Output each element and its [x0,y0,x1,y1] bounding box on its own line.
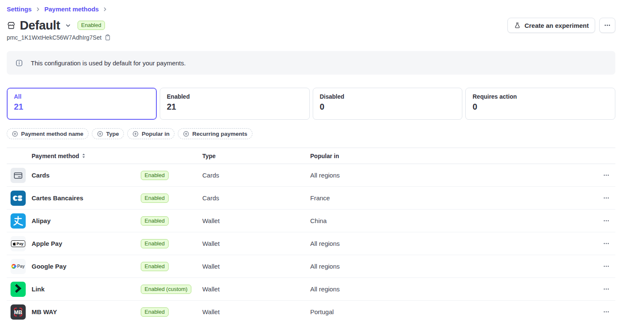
info-banner: This configuration is used by default fo… [7,51,615,75]
table-row[interactable]: Cards Enabled Cards All regions [7,164,615,187]
filter-pill-type[interactable]: Type [92,128,124,139]
payment-method-name: Google Pay [32,263,141,270]
apple-pay-icon: Pay [11,236,26,251]
table-row[interactable]: Link Enabled (custom) Wallet All regions [7,278,615,301]
filter-pill-payment-method-name[interactable]: Payment method name [7,128,89,139]
payment-method-type: Wallet [202,240,310,247]
table-header: Payment method Type Popular in [7,148,615,164]
copy-id-button[interactable] [105,34,111,41]
ellipsis-icon [603,263,610,270]
filter-label: Type [106,131,119,137]
svg-text:MB: MB [14,309,22,315]
filter-label: Payment method name [21,131,83,137]
payment-method-region: All regions [310,172,597,179]
create-experiment-label: Create an experiment [524,22,589,29]
table-row[interactable]: Cartes Bancaires Enabled Cards France [7,187,615,210]
filter-label: Popular in [142,131,169,137]
chevron-right-icon [102,7,107,12]
stat-value: 21 [167,102,176,112]
filter-pill-recurring-payments[interactable]: Recurring payments [178,128,252,139]
header-actions: Create an experiment [507,18,615,33]
column-popular-in: Popular in [310,153,597,159]
cards-icon [11,168,26,183]
status-badge: Enabled [141,262,169,271]
row-overflow-button[interactable] [597,193,615,203]
payment-method-region: Portugal [310,308,597,315]
filter-label: Recurring payments [192,131,247,137]
stat-card-enabled[interactable]: Enabled 21 [160,88,310,120]
header-overflow-button[interactable] [599,18,615,33]
plus-circle-icon [183,131,189,137]
flask-icon [514,22,521,29]
alipay-icon [11,213,26,229]
filter-bar: Payment method name Type Popular in Recu… [7,128,615,139]
payment-method-name: Cards [32,172,141,179]
breadcrumb-payment-methods[interactable]: Payment methods [44,5,99,13]
sort-button[interactable] [82,153,86,159]
payment-method-region: All regions [310,240,597,247]
storefront-icon [7,21,16,30]
plus-circle-icon [132,131,139,137]
column-type: Type [202,153,310,159]
banner-text: This configuration is used by default fo… [31,59,186,67]
payment-method-type: Cards [202,194,310,202]
breadcrumb-settings[interactable]: Settings [7,5,32,13]
payment-method-type: Cards [202,172,310,179]
row-overflow-button[interactable] [597,261,615,272]
row-overflow-button[interactable] [597,307,615,317]
ellipsis-icon [603,285,610,293]
stat-card-all[interactable]: All 21 [7,88,157,120]
cartes-bancaires-icon [11,191,26,206]
column-payment-method: Payment method [32,153,79,159]
clipboard-icon [105,34,111,41]
row-overflow-button[interactable] [597,215,615,226]
config-id-row: pmc_1K1WxtHekC56W7AdhIrg7Set [7,34,615,41]
row-overflow-button[interactable] [597,238,615,249]
ellipsis-icon [603,308,610,315]
status-badge: Enabled [141,171,169,180]
table-row[interactable]: Pay Google Pay Enabled Wallet All region… [7,255,615,278]
payment-method-region: China [310,217,597,224]
config-id: pmc_1K1WxtHekC56W7AdhIrg7Set [7,34,102,41]
filter-pill-popular-in[interactable]: Popular in [127,128,174,139]
payment-method-name: MB WAY [32,308,141,315]
ellipsis-icon [603,194,610,202]
row-overflow-button[interactable] [597,284,615,294]
chevron-down-icon [65,23,71,28]
plus-circle-icon [12,131,18,137]
chevron-right-icon [35,7,40,12]
status-badge: Enabled [141,239,169,248]
payment-methods-page: Settings Payment methods Default Enabled [7,0,615,323]
ellipsis-icon [603,240,610,247]
stat-value: 0 [320,102,325,112]
page-title: Default [20,19,60,32]
stat-card-requires-action[interactable]: Requires action 0 [465,88,615,120]
table-row[interactable]: Pay Apple Pay Enabled Wallet All regions [7,232,615,255]
table-row[interactable]: Alipay Enabled Wallet China [7,210,615,232]
page-header: Default Enabled Create an experiment [7,18,615,33]
ellipsis-icon [603,217,610,224]
stats-cards: All 21 Enabled 21 Disabled 0 Requires ac… [7,88,615,120]
ellipsis-icon [604,22,611,29]
payment-method-type: Wallet [202,308,310,315]
stat-value: 0 [472,102,477,112]
payment-method-type: Wallet [202,285,310,293]
row-overflow-button[interactable] [597,170,615,180]
stat-label: All [14,93,21,100]
payment-method-region: France [310,194,597,202]
stat-card-disabled[interactable]: Disabled 0 [313,88,463,120]
google-pay-icon: Pay [11,259,26,274]
table-row[interactable]: MB MB WAY Enabled Wallet Portugal [7,301,615,323]
breadcrumb: Settings Payment methods [7,0,615,13]
payment-method-name: Cartes Bancaires [32,194,141,202]
mb-way-icon: MB [11,304,26,320]
payment-method-name: Alipay [32,217,141,224]
stat-value: 21 [14,102,23,112]
sort-icon [82,153,86,159]
config-dropdown-button[interactable] [64,22,72,29]
create-experiment-button[interactable]: Create an experiment [507,18,595,33]
ellipsis-icon [603,172,610,179]
payment-method-type: Wallet [202,217,310,224]
info-icon [15,59,23,67]
payment-method-name: Link [32,285,141,293]
